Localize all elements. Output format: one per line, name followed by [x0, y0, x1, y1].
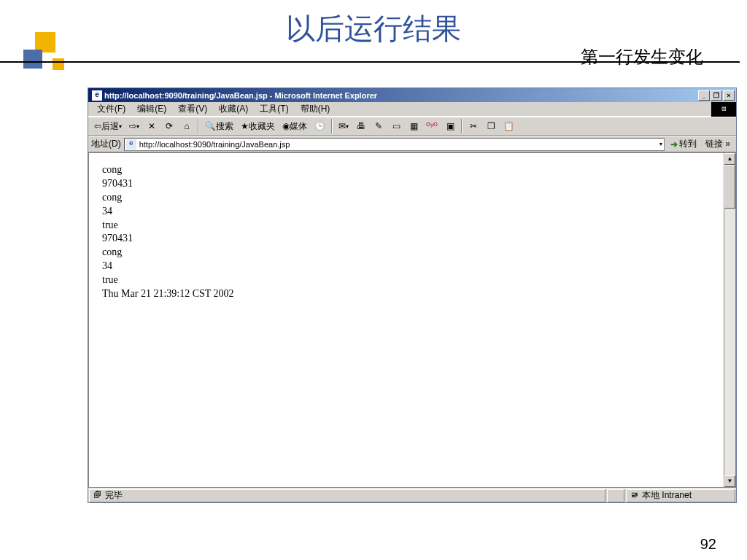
toolbar-separator — [331, 119, 333, 133]
chevron-right-icon: » — [725, 139, 730, 149]
address-url-text: http://localhost:9090/training/JavaBean.… — [139, 140, 290, 149]
search-icon: 🔍 — [205, 121, 216, 131]
media-icon: ◉ — [282, 121, 290, 131]
eyes-icon[interactable]: ᴼʸᴼ — [423, 118, 441, 134]
menubar: 文件(F) 编辑(E) 查看(V) 收藏(A) 工具(T) 帮助(H) ⊞ — [88, 102, 736, 117]
scroll-track[interactable] — [724, 165, 735, 475]
scroll-thumb[interactable] — [724, 165, 735, 209]
links-button[interactable]: 链接 » — [703, 138, 733, 150]
output-line: 34 — [102, 205, 711, 219]
status-pane-zone: 🖳 本地 Intranet — [626, 489, 735, 502]
ie-throbber-logo: ⊞ — [711, 102, 736, 117]
refresh-button[interactable]: ⟳ — [161, 118, 177, 134]
address-bar: 地址(D) e http://localhost:9090/training/J… — [88, 136, 736, 152]
mail-button[interactable]: ✉▾ — [336, 118, 352, 134]
status-pane-main: 🗐 完毕 — [89, 489, 605, 502]
restore-button[interactable]: ❐ — [711, 90, 722, 101]
print-button[interactable]: 🖶 — [353, 118, 369, 134]
slide-page-number: 92 — [700, 536, 716, 553]
home-button[interactable]: ⌂ — [179, 118, 195, 134]
stop-button[interactable]: ✕ — [144, 118, 160, 134]
output-line: 970431 — [102, 232, 711, 246]
toolbar-separator — [198, 119, 199, 133]
status-text: 完毕 — [105, 489, 123, 502]
history-button[interactable]: 🕒 — [311, 118, 328, 134]
back-button[interactable]: ⇦ 后退 ▾ — [91, 118, 125, 134]
dropdown-icon: ▾ — [119, 123, 122, 130]
window-title-text: http://localhost:9090/training/JavaBean.… — [104, 91, 698, 100]
scroll-up-arrow-icon[interactable]: ▲ — [724, 153, 735, 165]
scroll-down-arrow-icon[interactable]: ▼ — [724, 475, 735, 487]
output-line: cong — [102, 191, 711, 205]
cut-button[interactable]: ✂ — [465, 118, 481, 134]
slide-accent-graphic — [20, 32, 71, 83]
zone-text: 本地 Intranet — [642, 489, 692, 502]
page-icon: 🗐 — [93, 491, 103, 501]
output-line: 34 — [102, 260, 711, 273]
go-button[interactable]: ➜ 转到 — [667, 138, 700, 150]
discuss-button[interactable]: ▭ — [388, 118, 404, 134]
related-button[interactable]: ▦ — [406, 118, 422, 134]
window-titlebar: e http://localhost:9090/training/JavaBea… — [88, 88, 736, 102]
media-button[interactable]: ◉ 媒体 — [279, 118, 310, 134]
output-line: true — [102, 219, 711, 233]
intranet-icon: 🖳 — [630, 491, 640, 501]
address-input[interactable]: e http://localhost:9090/training/JavaBea… — [124, 138, 665, 151]
fullscreen-button[interactable]: ▣ — [442, 118, 458, 134]
menu-file[interactable]: 文件(F) — [91, 101, 131, 117]
toolbar: ⇦ 后退 ▾ ⇨ ▾ ✕ ⟳ ⌂ 🔍 搜索 ★ 收藏夹 ◉ 媒体 🕒 ✉▾ 🖶 … — [88, 117, 736, 136]
menu-favorites[interactable]: 收藏(A) — [213, 101, 254, 117]
toolbar-separator — [461, 119, 462, 133]
ie-browser-window: e http://localhost:9090/training/JavaBea… — [88, 88, 737, 503]
output-line: Thu Mar 21 21:39:12 CST 2002 — [102, 287, 711, 301]
page-body: cong 970431 cong 34 true 970431 cong 34 … — [89, 153, 724, 487]
menu-edit[interactable]: 编辑(E) — [131, 101, 172, 117]
copy-button[interactable]: ❐ — [483, 118, 499, 134]
close-button[interactable]: × — [723, 90, 735, 101]
dropdown-icon[interactable]: ▾ — [659, 141, 662, 147]
page-icon: e — [126, 139, 136, 149]
menu-view[interactable]: 查看(V) — [172, 101, 213, 117]
edit-button[interactable]: ✎ — [371, 118, 387, 134]
output-line: 970431 — [102, 177, 711, 191]
search-button[interactable]: 🔍 搜索 — [202, 118, 236, 134]
status-pane-empty — [607, 489, 624, 502]
favorites-button[interactable]: ★ 收藏夹 — [238, 118, 278, 134]
star-icon: ★ — [241, 121, 249, 131]
go-arrow-icon: ➜ — [670, 139, 678, 149]
minimize-button[interactable]: _ — [698, 90, 710, 101]
horizontal-rule — [0, 61, 740, 63]
page-content-area: cong 970431 cong 34 true 970431 cong 34 … — [88, 152, 736, 488]
output-line: true — [102, 273, 711, 287]
ie-icon: e — [92, 90, 102, 101]
back-arrow-icon: ⇦ — [94, 121, 101, 131]
output-line: cong — [102, 163, 711, 177]
menu-help[interactable]: 帮助(H) — [295, 101, 336, 117]
address-label: 地址(D) — [91, 138, 121, 150]
forward-button[interactable]: ⇨ ▾ — [126, 118, 142, 134]
vertical-scrollbar[interactable]: ▲ ▼ — [724, 153, 735, 487]
menu-tools[interactable]: 工具(T) — [254, 101, 294, 117]
output-line: cong — [102, 246, 711, 260]
slide-subtitle: 第一行发生变化 — [581, 45, 703, 69]
slide-title: 以后运行结果 — [0, 9, 747, 49]
paste-button[interactable]: 📋 — [500, 118, 517, 134]
status-bar: 🗐 完毕 🖳 本地 Intranet — [88, 488, 736, 502]
